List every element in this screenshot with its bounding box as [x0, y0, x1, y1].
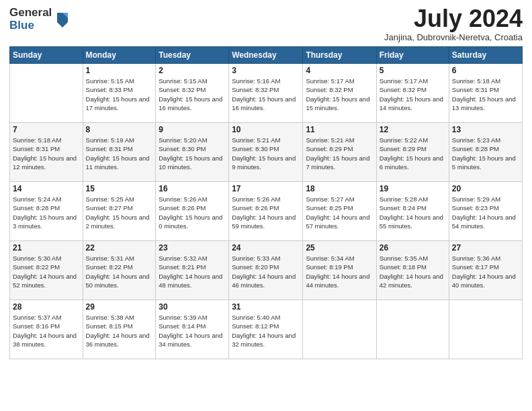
day-number: 9 — [159, 125, 226, 134]
header-thursday: Thursday — [303, 47, 376, 64]
calendar-header-row: Sunday Monday Tuesday Wednesday Thursday… — [10, 47, 523, 64]
day-number: 30 — [159, 302, 226, 312]
table-row — [376, 300, 449, 359]
logo: General Blue — [9, 7, 71, 32]
day-info: Sunrise: 5:28 AMSunset: 8:24 PMDaylight:… — [380, 195, 446, 230]
day-info: Sunrise: 5:21 AMSunset: 8:30 PMDaylight:… — [232, 136, 300, 171]
table-row: 22Sunrise: 5:31 AMSunset: 8:22 PMDayligh… — [83, 241, 156, 300]
title-area: July 2024 Janjina, Dubrovnik-Neretva, Cr… — [384, 7, 523, 42]
day-number: 21 — [13, 243, 80, 253]
day-number: 20 — [452, 184, 519, 193]
day-info: Sunrise: 5:30 AMSunset: 8:22 PMDaylight:… — [13, 254, 80, 289]
day-info: Sunrise: 5:39 AMSunset: 8:14 PMDaylight:… — [159, 313, 226, 349]
day-info: Sunrise: 5:16 AMSunset: 8:32 PMDaylight:… — [232, 77, 300, 112]
day-info: Sunrise: 5:17 AMSunset: 8:32 PMDaylight:… — [380, 77, 446, 112]
table-row: 11Sunrise: 5:21 AMSunset: 8:29 PMDayligh… — [303, 123, 376, 182]
day-info: Sunrise: 5:34 AMSunset: 8:19 PMDaylight:… — [306, 254, 373, 289]
day-info: Sunrise: 5:27 AMSunset: 8:25 PMDaylight:… — [306, 195, 373, 230]
table-row: 5Sunrise: 5:17 AMSunset: 8:32 PMDaylight… — [376, 64, 449, 123]
header-sunday: Sunday — [10, 47, 83, 64]
day-number: 27 — [452, 243, 519, 253]
day-number: 8 — [86, 125, 153, 134]
day-number: 24 — [232, 243, 300, 253]
calendar-week-row: 7Sunrise: 5:18 AMSunset: 8:31 PMDaylight… — [10, 123, 523, 182]
table-row: 4Sunrise: 5:17 AMSunset: 8:32 PMDaylight… — [303, 64, 376, 123]
calendar-week-row: 28Sunrise: 5:37 AMSunset: 8:16 PMDayligh… — [10, 300, 523, 359]
day-info: Sunrise: 5:22 AMSunset: 8:29 PMDaylight:… — [380, 136, 446, 171]
table-row: 12Sunrise: 5:22 AMSunset: 8:29 PMDayligh… — [376, 123, 449, 182]
day-number: 4 — [306, 66, 373, 75]
day-info: Sunrise: 5:26 AMSunset: 8:26 PMDaylight:… — [159, 195, 226, 230]
day-info: Sunrise: 5:38 AMSunset: 8:15 PMDaylight:… — [86, 313, 153, 349]
day-number: 2 — [159, 66, 226, 75]
table-row: 17Sunrise: 5:26 AMSunset: 8:26 PMDayligh… — [229, 182, 303, 241]
day-info: Sunrise: 5:20 AMSunset: 8:30 PMDaylight:… — [159, 136, 226, 171]
day-number: 5 — [380, 66, 446, 75]
table-row: 10Sunrise: 5:21 AMSunset: 8:30 PMDayligh… — [229, 123, 303, 182]
day-number: 14 — [13, 184, 80, 193]
header-monday: Monday — [83, 47, 156, 64]
calendar-week-row: 1Sunrise: 5:15 AMSunset: 8:33 PMDaylight… — [10, 64, 523, 123]
logo-blue: Blue — [9, 19, 52, 32]
table-row: 8Sunrise: 5:19 AMSunset: 8:31 PMDaylight… — [83, 123, 156, 182]
location: Janjina, Dubrovnik-Neretva, Croatia — [384, 32, 523, 42]
table-row: 29Sunrise: 5:38 AMSunset: 8:15 PMDayligh… — [83, 300, 156, 359]
table-row: 15Sunrise: 5:25 AMSunset: 8:27 PMDayligh… — [83, 182, 156, 241]
month-title: July 2024 — [384, 7, 523, 31]
day-info: Sunrise: 5:26 AMSunset: 8:26 PMDaylight:… — [232, 195, 300, 230]
day-number: 11 — [306, 125, 373, 134]
table-row: 3Sunrise: 5:16 AMSunset: 8:32 PMDaylight… — [229, 64, 303, 123]
day-number: 17 — [232, 184, 300, 193]
day-number: 13 — [452, 125, 519, 134]
table-row: 13Sunrise: 5:23 AMSunset: 8:28 PMDayligh… — [449, 123, 522, 182]
day-info: Sunrise: 5:32 AMSunset: 8:21 PMDaylight:… — [159, 254, 226, 289]
table-row: 28Sunrise: 5:37 AMSunset: 8:16 PMDayligh… — [10, 300, 83, 359]
day-number: 10 — [232, 125, 300, 134]
table-row — [10, 64, 83, 123]
day-info: Sunrise: 5:19 AMSunset: 8:31 PMDaylight:… — [86, 136, 153, 171]
day-info: Sunrise: 5:29 AMSunset: 8:23 PMDaylight:… — [452, 195, 519, 230]
day-number: 6 — [452, 66, 519, 75]
logo-text: General Blue — [9, 7, 52, 32]
day-number: 12 — [380, 125, 446, 134]
page: General Blue July 2024 Janjina, Dubrovni… — [0, 0, 532, 411]
calendar-week-row: 21Sunrise: 5:30 AMSunset: 8:22 PMDayligh… — [10, 241, 523, 300]
table-row: 24Sunrise: 5:33 AMSunset: 8:20 PMDayligh… — [229, 241, 303, 300]
logo-general: General — [9, 7, 52, 19]
table-row: 1Sunrise: 5:15 AMSunset: 8:33 PMDaylight… — [83, 64, 156, 123]
day-info: Sunrise: 5:18 AMSunset: 8:31 PMDaylight:… — [452, 77, 519, 112]
header-wednesday: Wednesday — [229, 47, 303, 64]
day-info: Sunrise: 5:36 AMSunset: 8:17 PMDaylight:… — [452, 254, 519, 289]
day-number: 7 — [13, 125, 80, 134]
day-number: 19 — [380, 184, 446, 193]
day-info: Sunrise: 5:23 AMSunset: 8:28 PMDaylight:… — [452, 136, 519, 171]
header-friday: Friday — [376, 47, 449, 64]
header-tuesday: Tuesday — [156, 47, 229, 64]
table-row: 25Sunrise: 5:34 AMSunset: 8:19 PMDayligh… — [303, 241, 376, 300]
day-number: 3 — [232, 66, 300, 75]
table-row: 2Sunrise: 5:15 AMSunset: 8:32 PMDaylight… — [156, 64, 229, 123]
day-number: 15 — [86, 184, 153, 193]
day-info: Sunrise: 5:15 AMSunset: 8:33 PMDaylight:… — [86, 77, 153, 112]
day-number: 26 — [380, 243, 446, 253]
day-info: Sunrise: 5:31 AMSunset: 8:22 PMDaylight:… — [86, 254, 153, 289]
header-saturday: Saturday — [449, 47, 522, 64]
day-number: 31 — [232, 302, 300, 312]
table-row: 31Sunrise: 5:40 AMSunset: 8:12 PMDayligh… — [229, 300, 303, 359]
day-info: Sunrise: 5:33 AMSunset: 8:20 PMDaylight:… — [232, 254, 300, 289]
day-info: Sunrise: 5:37 AMSunset: 8:16 PMDaylight:… — [13, 313, 80, 349]
calendar-table: Sunday Monday Tuesday Wednesday Thursday… — [9, 46, 523, 359]
day-number: 25 — [306, 243, 373, 253]
table-row — [449, 300, 522, 359]
day-info: Sunrise: 5:21 AMSunset: 8:29 PMDaylight:… — [306, 136, 373, 171]
day-number: 1 — [86, 66, 153, 75]
table-row: 18Sunrise: 5:27 AMSunset: 8:25 PMDayligh… — [303, 182, 376, 241]
day-info: Sunrise: 5:35 AMSunset: 8:18 PMDaylight:… — [380, 254, 446, 289]
day-number: 18 — [306, 184, 373, 193]
table-row: 30Sunrise: 5:39 AMSunset: 8:14 PMDayligh… — [156, 300, 229, 359]
table-row: 20Sunrise: 5:29 AMSunset: 8:23 PMDayligh… — [449, 182, 522, 241]
day-info: Sunrise: 5:40 AMSunset: 8:12 PMDaylight:… — [232, 313, 300, 349]
table-row: 14Sunrise: 5:24 AMSunset: 8:28 PMDayligh… — [10, 182, 83, 241]
table-row: 19Sunrise: 5:28 AMSunset: 8:24 PMDayligh… — [376, 182, 449, 241]
day-number: 23 — [159, 243, 226, 253]
